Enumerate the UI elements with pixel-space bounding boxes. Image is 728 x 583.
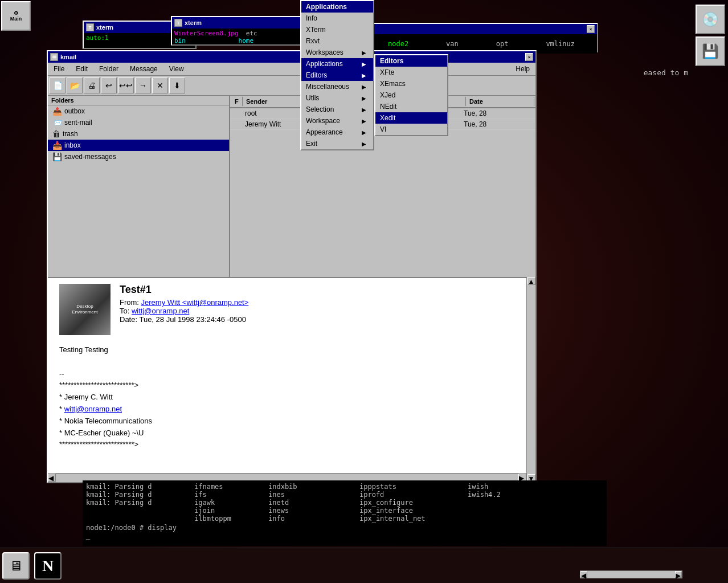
folder-outbox[interactable]: 📤 outbox xyxy=(48,105,229,117)
menu-item-applications[interactable]: Applications ▶ xyxy=(301,58,373,70)
email-header-section: DesktopEnvironment Test#1 From: Jeremy W… xyxy=(59,284,524,335)
sig-email-link[interactable]: wittj@onramp.net xyxy=(64,405,122,413)
misc-arrow: ▶ xyxy=(362,84,366,90)
folder-sent-mail[interactable]: 📨 sent-mail xyxy=(48,117,229,128)
bottom-scrollbar[interactable]: ◀ ▶ xyxy=(580,570,682,578)
node-text3: opt xyxy=(496,40,509,48)
applications-arrow: ▶ xyxy=(362,61,366,67)
menu-item-workspace[interactable]: Workspace ▶ xyxy=(301,115,373,127)
kmail-icon: ✉ xyxy=(50,53,58,61)
menu-item-editors[interactable]: Editors ▶ xyxy=(301,70,373,81)
bottom-n-icon[interactable]: N xyxy=(34,552,62,580)
partial-text: eased to m xyxy=(644,68,688,77)
preview-scrollbar-v[interactable]: ▲ ▼ xyxy=(526,277,535,482)
terminal-content: kmail: Parsing d ifnames indxbib ipppsta… xyxy=(86,483,603,523)
taskbar-bottom: 🖥 N ◀ ▶ xyxy=(0,548,728,583)
folder-trash[interactable]: 🗑 trash xyxy=(48,128,229,140)
menu-item-utils[interactable]: Utils ▶ xyxy=(301,92,373,104)
toolbar-print[interactable]: 🖨 xyxy=(84,78,100,93)
folders-header: Folders xyxy=(48,96,229,105)
drive-icon[interactable]: 💾 xyxy=(696,36,725,66)
editor-vi[interactable]: VI xyxy=(375,124,447,135)
kmail-titlebar[interactable]: ✉ kmail × xyxy=(48,51,535,63)
bottom-scroll-left[interactable]: ◀ xyxy=(580,571,587,578)
msg1-date: Tue, 28 xyxy=(464,109,532,117)
kmail-window: ✉ kmail × File Edit Folder Message View … xyxy=(47,50,537,483)
kmail-menu-help[interactable]: Help xyxy=(512,64,533,74)
xterm1-title: xterm xyxy=(96,24,113,31)
toolbar-new[interactable]: 📄 xyxy=(50,78,66,93)
menu-item-info[interactable]: Info xyxy=(301,13,373,24)
editor-xemacs[interactable]: XEmacs xyxy=(375,78,447,89)
email-date: Date: Tue, 28 Jul 1998 23:24:46 -0500 xyxy=(120,315,248,324)
xterm1-icon: T xyxy=(86,23,94,31)
node-close-btn[interactable]: × xyxy=(587,25,595,33)
email-body: Testing Testing -- *********************… xyxy=(59,344,524,451)
menu-item-workspaces[interactable]: Workspaces ▶ xyxy=(301,47,373,58)
applications-popup: Applications Info XTerm Rxvt Workspaces … xyxy=(300,0,374,150)
menu-item-xterm[interactable]: XTerm xyxy=(301,24,373,35)
editors-arrow: ▶ xyxy=(362,72,366,79)
editor-xjed[interactable]: XJed xyxy=(375,89,447,101)
menu-item-appearance[interactable]: Appearance ▶ xyxy=(301,127,373,138)
main-icon-label: Main xyxy=(10,16,22,22)
scrollbar-left-btn2[interactable]: ◀ xyxy=(48,474,56,482)
kmail-menu-folder[interactable]: Folder xyxy=(96,64,122,74)
menu-item-rxvt[interactable]: Rxvt xyxy=(301,35,373,47)
disk-icon[interactable]: 💿 xyxy=(696,5,725,34)
bottom-monitor-icon[interactable]: 🖥 xyxy=(2,552,30,580)
node-window: × node2 van opt vmlinuz xyxy=(365,23,598,52)
toolbar-forward[interactable]: → xyxy=(135,78,151,93)
toolbar-open[interactable]: 📂 xyxy=(67,78,83,93)
bottom-scroll-right[interactable]: ▶ xyxy=(675,571,682,578)
editor-xedit[interactable]: Xedit xyxy=(375,112,447,124)
email-to-link[interactable]: wittj@onramp.net xyxy=(132,307,189,315)
msg2-date: Tue, 28 xyxy=(464,120,532,128)
editors-popup: Editors XFte XEmacs XJed NEdit Xedit VI xyxy=(374,54,448,136)
main-app-icon[interactable]: ⚙ Main xyxy=(1,1,31,31)
folder-inbox[interactable]: 📥 inbox xyxy=(48,140,229,151)
folder-saved-messages[interactable]: 💾 saved-messages xyxy=(48,151,229,162)
date-col-header: Date xyxy=(466,97,534,106)
terminal-window[interactable]: kmail: Parsing d ifnames indxbib ipppsta… xyxy=(83,480,607,546)
terminal-prompt-line: node1:/node0 # display xyxy=(86,524,603,532)
bottom-scroll-track[interactable] xyxy=(587,571,675,578)
toolbar-reply-all[interactable]: ↩↩ xyxy=(118,78,134,93)
outbox-icon: 📤 xyxy=(52,107,62,116)
menu-item-selection[interactable]: Selection ▶ xyxy=(301,104,373,115)
node-text1: node2 xyxy=(388,40,408,48)
menu-item-miscellaneous[interactable]: Miscellaneous ▶ xyxy=(301,81,373,92)
trash-icon: 🗑 xyxy=(52,129,60,138)
toolbar-check-mail[interactable]: ⬇ xyxy=(169,78,185,93)
applications-menu-title: Applications xyxy=(301,1,373,13)
toolbar-reply-sender[interactable]: ↩ xyxy=(101,78,117,93)
scrollbar-up-btn[interactable]: ▲ xyxy=(527,277,535,285)
xterm2-title: xterm xyxy=(185,19,202,26)
saved-messages-icon: 💾 xyxy=(52,152,62,161)
email-subject: Test#1 xyxy=(120,284,248,296)
utils-arrow: ▶ xyxy=(362,95,366,101)
kmail-menu-file[interactable]: File xyxy=(50,64,68,74)
toolbar-delete[interactable]: ✕ xyxy=(152,78,168,93)
node-text2: van xyxy=(446,40,459,48)
menu-item-exit[interactable]: Exit ▶ xyxy=(301,138,373,149)
workspace-arrow: ▶ xyxy=(362,118,366,124)
right-panel: 💿 💾 xyxy=(693,0,728,547)
kmail-menu-message[interactable]: Message xyxy=(126,64,161,74)
editor-xfte[interactable]: XFte xyxy=(375,67,447,78)
workspaces-arrow: ▶ xyxy=(362,50,366,56)
editors-menu-title: Editors xyxy=(375,55,447,67)
editor-nedit[interactable]: NEdit xyxy=(375,101,447,112)
flag-col-header: F xyxy=(231,97,243,106)
kmail-close-btn[interactable]: × xyxy=(525,53,533,61)
email-from-link[interactable]: Jeremy Witt <wittj@onramp.net> xyxy=(141,298,249,307)
kmail-toolbar: 📄 📂 🖨 ↩ ↩↩ → ✕ ⬇ xyxy=(48,76,535,96)
email-logo: DesktopEnvironment xyxy=(59,284,111,335)
kmail-menu-view[interactable]: View xyxy=(166,64,187,74)
main-icon-symbol: ⚙ xyxy=(14,10,18,16)
exit-arrow: ▶ xyxy=(362,141,366,147)
selection-arrow: ▶ xyxy=(362,107,366,113)
kmail-menu-edit[interactable]: Edit xyxy=(72,64,91,74)
inbox-icon: 📥 xyxy=(52,141,62,150)
email-meta: Test#1 From: Jeremy Witt <wittj@onramp.n… xyxy=(120,284,248,324)
